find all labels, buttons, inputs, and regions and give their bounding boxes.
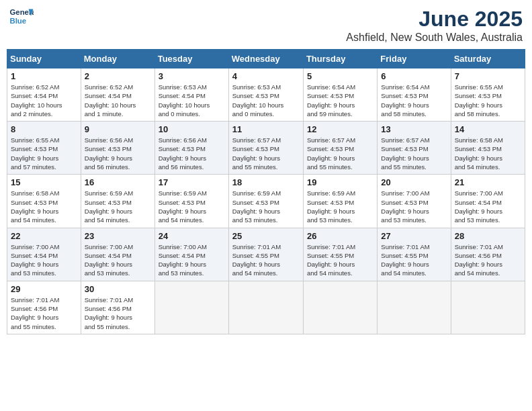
day-number: 10	[159, 124, 225, 134]
day-info: Sunrise: 6:57 AM Sunset: 4:53 PM Dayligh…	[232, 136, 300, 171]
day-info: Sunrise: 7:00 AM Sunset: 4:54 PM Dayligh…	[85, 242, 151, 278]
calendar-cell: 8Sunrise: 6:55 AM Sunset: 4:53 PM Daylig…	[7, 122, 81, 175]
calendar-cell: 24Sunrise: 7:00 AM Sunset: 4:54 PM Dayli…	[154, 228, 228, 281]
day-number: 14	[455, 124, 521, 134]
day-info: Sunrise: 6:53 AM Sunset: 4:53 PM Dayligh…	[232, 83, 300, 118]
calendar-cell: 19Sunrise: 6:59 AM Sunset: 4:53 PM Dayli…	[303, 175, 377, 228]
header: General Blue June 2025 Ashfield, New Sou…	[7, 7, 525, 44]
day-info: Sunrise: 6:52 AM Sunset: 4:54 PM Dayligh…	[85, 83, 151, 118]
day-number: 18	[232, 177, 300, 187]
day-number: 7	[455, 71, 521, 81]
day-info: Sunrise: 6:59 AM Sunset: 4:53 PM Dayligh…	[159, 189, 225, 224]
day-info: Sunrise: 6:57 AM Sunset: 4:53 PM Dayligh…	[381, 136, 447, 171]
day-info: Sunrise: 6:59 AM Sunset: 4:53 PM Dayligh…	[232, 189, 300, 224]
calendar-cell: 4Sunrise: 6:53 AM Sunset: 4:53 PM Daylig…	[228, 68, 303, 122]
calendar-cell	[378, 281, 451, 334]
day-number: 21	[455, 177, 521, 187]
weekday-header: Friday	[378, 50, 451, 68]
day-info: Sunrise: 6:58 AM Sunset: 4:53 PM Dayligh…	[455, 136, 521, 171]
day-number: 20	[381, 177, 447, 187]
day-number: 15	[11, 177, 77, 187]
calendar-cell: 16Sunrise: 6:59 AM Sunset: 4:53 PM Dayli…	[81, 175, 154, 228]
day-number: 16	[85, 177, 151, 187]
calendar-cell: 12Sunrise: 6:57 AM Sunset: 4:53 PM Dayli…	[303, 122, 377, 175]
location-title: Ashfield, New South Wales, Australia	[346, 32, 523, 44]
day-number: 2	[85, 71, 151, 81]
calendar-cell: 11Sunrise: 6:57 AM Sunset: 4:53 PM Dayli…	[228, 122, 303, 175]
day-number: 11	[232, 124, 300, 134]
weekday-header: Tuesday	[154, 50, 228, 68]
weekday-header: Wednesday	[228, 50, 303, 68]
day-number: 12	[307, 124, 373, 134]
day-info: Sunrise: 6:53 AM Sunset: 4:54 PM Dayligh…	[159, 83, 225, 118]
calendar-cell: 25Sunrise: 7:01 AM Sunset: 4:55 PM Dayli…	[228, 228, 303, 281]
calendar-cell: 9Sunrise: 6:56 AM Sunset: 4:53 PM Daylig…	[81, 122, 154, 175]
calendar-cell: 29Sunrise: 7:01 AM Sunset: 4:56 PM Dayli…	[7, 281, 81, 334]
header-row: SundayMondayTuesdayWednesdayThursdayFrid…	[7, 50, 525, 68]
weekday-header: Sunday	[7, 50, 81, 68]
day-info: Sunrise: 6:59 AM Sunset: 4:53 PM Dayligh…	[307, 189, 373, 224]
calendar-cell: 10Sunrise: 6:56 AM Sunset: 4:53 PM Dayli…	[154, 122, 228, 175]
calendar-cell	[154, 281, 228, 334]
day-number: 23	[85, 231, 151, 241]
calendar-cell	[303, 281, 377, 334]
calendar-cell: 17Sunrise: 6:59 AM Sunset: 4:53 PM Dayli…	[154, 175, 228, 228]
day-number: 9	[85, 124, 151, 134]
day-info: Sunrise: 7:00 AM Sunset: 4:53 PM Dayligh…	[381, 189, 447, 224]
day-info: Sunrise: 6:57 AM Sunset: 4:53 PM Dayligh…	[307, 136, 373, 171]
calendar-cell: 26Sunrise: 7:01 AM Sunset: 4:55 PM Dayli…	[303, 228, 377, 281]
weekday-header: Saturday	[451, 50, 525, 68]
calendar-cell: 1Sunrise: 6:52 AM Sunset: 4:54 PM Daylig…	[7, 68, 81, 122]
day-info: Sunrise: 6:55 AM Sunset: 4:53 PM Dayligh…	[455, 83, 521, 118]
day-number: 28	[455, 231, 521, 241]
calendar-cell: 14Sunrise: 6:58 AM Sunset: 4:53 PM Dayli…	[451, 122, 525, 175]
calendar-cell: 22Sunrise: 7:00 AM Sunset: 4:54 PM Dayli…	[7, 228, 81, 281]
calendar-cell	[451, 281, 525, 334]
calendar-cell: 13Sunrise: 6:57 AM Sunset: 4:53 PM Dayli…	[378, 122, 451, 175]
weekday-header: Thursday	[303, 50, 377, 68]
day-info: Sunrise: 6:54 AM Sunset: 4:53 PM Dayligh…	[381, 83, 447, 118]
calendar-cell	[228, 281, 303, 334]
day-number: 24	[159, 231, 225, 241]
calendar-cell: 21Sunrise: 7:00 AM Sunset: 4:54 PM Dayli…	[451, 175, 525, 228]
day-info: Sunrise: 6:59 AM Sunset: 4:53 PM Dayligh…	[85, 189, 151, 224]
calendar-cell: 30Sunrise: 7:01 AM Sunset: 4:56 PM Dayli…	[81, 281, 154, 334]
day-number: 6	[381, 71, 447, 81]
day-info: Sunrise: 6:54 AM Sunset: 4:53 PM Dayligh…	[307, 83, 373, 118]
day-number: 25	[232, 231, 300, 241]
logo-icon: General Blue	[9, 7, 34, 26]
calendar-cell: 15Sunrise: 6:58 AM Sunset: 4:53 PM Dayli…	[7, 175, 81, 228]
day-number: 5	[307, 71, 373, 81]
day-info: Sunrise: 7:01 AM Sunset: 4:55 PM Dayligh…	[307, 242, 373, 278]
title-area: June 2025 Ashfield, New South Wales, Aus…	[346, 7, 523, 44]
day-info: Sunrise: 7:00 AM Sunset: 4:54 PM Dayligh…	[159, 242, 225, 278]
calendar-cell: 23Sunrise: 7:00 AM Sunset: 4:54 PM Dayli…	[81, 228, 154, 281]
day-info: Sunrise: 7:01 AM Sunset: 4:56 PM Dayligh…	[455, 242, 521, 278]
calendar-cell: 6Sunrise: 6:54 AM Sunset: 4:53 PM Daylig…	[378, 68, 451, 122]
day-number: 13	[381, 124, 447, 134]
calendar-cell: 3Sunrise: 6:53 AM Sunset: 4:54 PM Daylig…	[154, 68, 228, 122]
day-info: Sunrise: 7:00 AM Sunset: 4:54 PM Dayligh…	[455, 189, 521, 224]
calendar-cell: 7Sunrise: 6:55 AM Sunset: 4:53 PM Daylig…	[451, 68, 525, 122]
day-number: 8	[11, 124, 77, 134]
calendar-table: SundayMondayTuesdayWednesdayThursdayFrid…	[7, 49, 525, 334]
day-info: Sunrise: 7:00 AM Sunset: 4:54 PM Dayligh…	[11, 242, 77, 278]
calendar-cell: 5Sunrise: 6:54 AM Sunset: 4:53 PM Daylig…	[303, 68, 377, 122]
day-info: Sunrise: 7:01 AM Sunset: 4:56 PM Dayligh…	[11, 295, 77, 331]
day-info: Sunrise: 6:56 AM Sunset: 4:53 PM Dayligh…	[159, 136, 225, 171]
day-number: 27	[381, 231, 447, 241]
day-number: 1	[11, 71, 77, 81]
day-info: Sunrise: 6:56 AM Sunset: 4:53 PM Dayligh…	[85, 136, 151, 171]
day-info: Sunrise: 6:58 AM Sunset: 4:53 PM Dayligh…	[11, 189, 77, 224]
calendar-cell: 27Sunrise: 7:01 AM Sunset: 4:55 PM Dayli…	[378, 228, 451, 281]
day-info: Sunrise: 6:52 AM Sunset: 4:54 PM Dayligh…	[11, 83, 77, 118]
day-info: Sunrise: 7:01 AM Sunset: 4:55 PM Dayligh…	[381, 242, 447, 278]
day-number: 19	[307, 177, 373, 187]
day-number: 17	[159, 177, 225, 187]
calendar-cell: 2Sunrise: 6:52 AM Sunset: 4:54 PM Daylig…	[81, 68, 154, 122]
day-number: 3	[159, 71, 225, 81]
day-info: Sunrise: 6:55 AM Sunset: 4:53 PM Dayligh…	[11, 136, 77, 171]
calendar-cell: 28Sunrise: 7:01 AM Sunset: 4:56 PM Dayli…	[451, 228, 525, 281]
calendar-cell: 20Sunrise: 7:00 AM Sunset: 4:53 PM Dayli…	[378, 175, 451, 228]
day-info: Sunrise: 7:01 AM Sunset: 4:55 PM Dayligh…	[232, 242, 300, 278]
